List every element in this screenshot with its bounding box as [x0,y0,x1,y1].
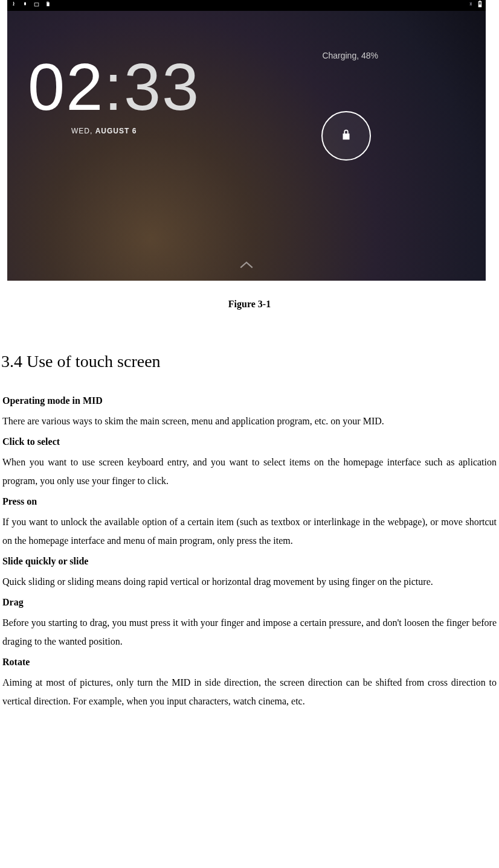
sd-icon [45,0,51,11]
charging-status: Charging, 48% [322,51,378,60]
section-title: 3.4 Use of touch screen [1,352,498,371]
lockscreen-clock: 02:33 [28,48,200,125]
lockscreen-date: WED, AUGUST 6 [71,127,137,135]
battery-icon [478,0,482,11]
subhead-click: Click to select [2,436,497,447]
chevron-up-icon[interactable] [239,258,254,273]
para-click: When you want to use screen keyboard ent… [2,453,497,490]
lockscreen-screenshot: Charging, 48% 02:33 WED, AUGUST 6 [7,0,486,281]
svg-rect-1 [479,2,481,4]
date-weekday: WED, [71,127,95,135]
subhead-rotate: Rotate [2,657,497,668]
para-rotate: Aiming at most of pictures, only turn th… [2,674,497,710]
subhead-slide: Slide quickly or slide [2,556,497,567]
usb-icon [11,0,16,11]
figure-caption: Figure 3-1 [1,299,498,310]
clock-colon: : [104,49,124,124]
debug-icon [22,0,28,11]
subhead-operating-mode: Operating mode in MID [2,395,497,406]
para-drag: Before you starting to drag, you must pr… [2,614,497,651]
svg-rect-0 [34,3,39,6]
bluetooth-icon [468,0,473,11]
unlock-button[interactable] [321,111,371,161]
date-monthday: AUGUST 6 [95,127,137,135]
subhead-press: Press on [2,496,497,507]
subhead-drag: Drag [2,597,497,608]
para-slide: Quick sliding or sliding means doing rap… [2,573,497,591]
para-operating-mode: There are various ways to skim the main … [2,412,497,430]
clock-minutes: 33 [124,49,200,124]
clock-hours: 02 [28,49,104,124]
lock-icon [340,128,353,144]
para-press: If you want to unlock the available opti… [2,513,497,550]
content-body: Operating mode in MID There are various … [1,395,498,710]
status-bar [7,0,486,11]
square-icon [34,0,39,11]
